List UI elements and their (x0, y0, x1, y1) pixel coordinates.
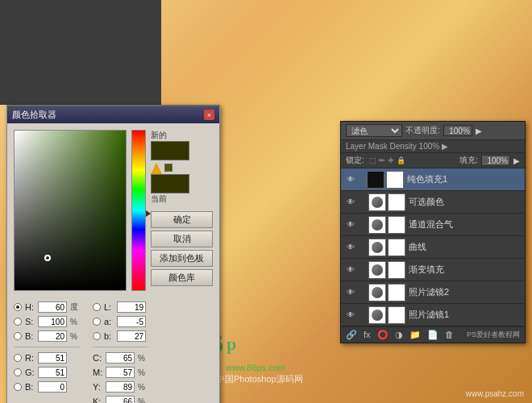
l-label: L: (104, 302, 114, 312)
swatch-new-label: 新的 (151, 130, 167, 141)
color-picker-dialog: 颜色拾取器 × 新的 当前 (6, 105, 220, 403)
layer-6-thumb (368, 306, 386, 324)
bval-radio[interactable] (14, 383, 22, 391)
swatch-new[interactable] (151, 141, 189, 160)
layer-item[interactable]: 👁 照片滤镜1 (341, 304, 525, 326)
s-radio[interactable] (14, 318, 22, 326)
trash-icon[interactable]: 🗑 (445, 330, 454, 340)
l-radio[interactable] (93, 303, 101, 311)
s-input[interactable] (38, 316, 67, 327)
h-input[interactable] (38, 301, 67, 313)
blend-mode-select[interactable]: 滤色 (346, 124, 402, 137)
blab-input-row: b: (93, 330, 148, 343)
color-picker-body: 新的 当前 确定 取消 添加到色板 颜色库 (7, 123, 219, 297)
layer-4-visibility[interactable]: 👁 (344, 264, 357, 276)
r-radio[interactable] (14, 354, 22, 362)
blab-radio[interactable] (93, 332, 101, 340)
layer-item[interactable]: 👁 渐变填充 (341, 259, 525, 281)
spectrum-arrow (146, 210, 151, 217)
y-input[interactable] (106, 381, 135, 393)
layer-4-thumb (368, 261, 386, 279)
g-radio[interactable] (14, 368, 22, 376)
opacity-label: 不透明度: (405, 125, 440, 136)
l-input[interactable] (117, 301, 146, 313)
layer-2-mask (388, 216, 405, 234)
c-input[interactable] (106, 352, 135, 364)
m-input[interactable] (106, 367, 135, 378)
color-field[interactable] (14, 130, 127, 291)
adjustment-icon[interactable]: ◑ (395, 330, 403, 340)
watermark-cn: 中国Photoshop源码网 (216, 373, 303, 385)
a-radio[interactable] (93, 318, 101, 326)
layer-1-visibility[interactable]: 👁 (344, 196, 357, 209)
folder-icon[interactable]: 📁 (409, 330, 421, 340)
layer-item[interactable]: 👁 可选颜色 (341, 191, 525, 214)
layer-1-name: 可选颜色 (405, 196, 522, 208)
gamut-warning-icon (151, 163, 162, 174)
c-label: C: (93, 353, 102, 363)
close-button[interactable]: × (204, 110, 214, 120)
bottom-url-text: www.psahz.com (466, 389, 524, 398)
site2-text: 中国Photoshop源码网 (216, 374, 303, 384)
k-input[interactable] (106, 396, 135, 403)
m-label: M: (93, 368, 102, 377)
layer-item[interactable]: 👁 曲线 (341, 236, 525, 259)
bval-label: B: (25, 382, 35, 392)
layer-3-thumb (368, 239, 386, 256)
r-input[interactable] (38, 352, 67, 364)
a-input-row: a: (93, 315, 148, 328)
confirm-button[interactable]: 确定 (151, 211, 213, 228)
layer-1-mask (388, 193, 405, 211)
g-input[interactable] (38, 367, 67, 378)
h-radio[interactable] (14, 303, 22, 311)
spectrum-bar[interactable] (131, 130, 146, 291)
lock-all-icon[interactable]: 🔒 (397, 156, 405, 164)
k-input-row: K: % (93, 395, 148, 403)
layer-item[interactable]: 👁 通道混合气 (341, 214, 525, 236)
cancel-button[interactable]: 取消 (151, 231, 213, 247)
layer-4-name: 渐变填充 (405, 264, 522, 276)
layer-2-visibility[interactable]: 👁 (344, 218, 357, 231)
color-right-panel: 新的 当前 确定 取消 添加到色板 颜色库 (151, 130, 213, 291)
fill-row: 填充: ▶ (410, 155, 520, 166)
h-input-row: H: 度 (14, 301, 80, 314)
bval-input[interactable] (38, 381, 67, 393)
lock-transparent-icon[interactable]: ⬚ (369, 156, 376, 164)
fx-icon[interactable]: fx (364, 330, 371, 340)
swatch-current[interactable] (151, 174, 189, 193)
lock-paint-icon[interactable]: ✏ (379, 156, 385, 164)
lock-position-icon[interactable]: ✛ (388, 156, 394, 164)
layer-3-mask (388, 239, 405, 256)
layer-0-thumb-black (367, 171, 384, 189)
blab-input[interactable] (117, 330, 146, 342)
blab-label: b: (104, 331, 114, 341)
new-layer-icon[interactable]: 📄 (427, 330, 438, 340)
y-unit: % (138, 383, 148, 392)
layer-6-mask (388, 306, 405, 324)
add-to-swatch-button[interactable]: 添加到色板 (151, 250, 213, 267)
b-radio[interactable] (14, 332, 22, 340)
l-input-row: L: (93, 301, 148, 314)
color-lib-button[interactable]: 颜色库 (151, 269, 213, 286)
link-icon[interactable]: 🔗 (346, 330, 357, 340)
b-input[interactable] (38, 330, 67, 342)
a-input[interactable] (117, 316, 146, 327)
opacity-input[interactable] (443, 125, 472, 136)
lock-label: 锁定: (346, 155, 364, 166)
opacity-arrow[interactable]: ▶ (476, 127, 482, 135)
layer-6-visibility[interactable]: 👁 (344, 309, 357, 322)
gamut-swatch[interactable] (164, 164, 172, 172)
layer-item[interactable]: 👁 纯色填充1 (341, 168, 525, 191)
s-input-row: S: % (14, 315, 80, 328)
picker-buttons: 确定 取消 添加到色板 颜色库 (151, 211, 213, 286)
fill-input[interactable] (481, 155, 510, 166)
layer-5-visibility[interactable]: 👁 (344, 286, 357, 299)
layer-3-visibility[interactable]: 👁 (344, 241, 357, 254)
layer-item[interactable]: 👁 照片滤镜2 (341, 281, 525, 304)
layer-0-visibility[interactable]: 👁 (344, 173, 357, 186)
layer-1-thumb (368, 193, 386, 211)
m-unit: % (138, 368, 148, 377)
k-label: K: (93, 397, 102, 403)
mask-icon[interactable]: ⭕ (377, 330, 389, 340)
mask-density-value: 100% (419, 142, 440, 151)
